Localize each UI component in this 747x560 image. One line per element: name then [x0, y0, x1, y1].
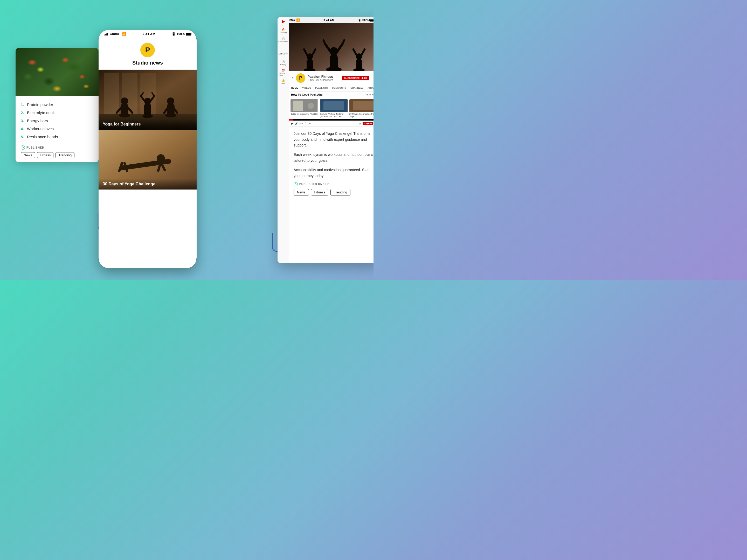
sidebar-liked[interactable]: 👍 Liked: [280, 78, 287, 85]
article-challenge[interactable]: 30 Days of Yoga Challenge: [99, 130, 197, 189]
tags-container: News Fitness Trending: [21, 152, 93, 158]
yt-channel-header: ‹ P Passion Fitness 1,400,000 subscriber…: [289, 71, 374, 85]
yt-nav-tabs: HOME VIDEOS PLAYLISTS COMMUNITY CHANNELS…: [289, 85, 374, 91]
sidebar-history[interactable]: 🕐 History: [280, 59, 287, 66]
tag-fitness[interactable]: Fitness: [37, 152, 54, 158]
right-status-bar: Glofox 📶 9:41 AM 📳 100%: [278, 17, 374, 23]
svg-point-50: [308, 103, 314, 109]
sidebar-divider: [279, 47, 287, 47]
tab-playlists[interactable]: PLAYLISTS: [313, 85, 330, 91]
list-number: 2.: [21, 110, 25, 115]
tab-channels[interactable]: CHANNELS: [348, 85, 365, 91]
tab-home[interactable]: HOME: [289, 85, 300, 91]
list-number: 1.: [21, 102, 25, 107]
content-para-3: Accountability and motivation guaranteed…: [293, 167, 374, 179]
right-bluetooth-icon: 📳: [358, 19, 361, 22]
yt-thumbnail[interactable]: [289, 23, 374, 71]
yt-sidebar: ▶ 🔥 Trending 📋 Subscriptions LIBRARY 🕐 H…: [278, 23, 289, 199]
svg-rect-18: [167, 104, 175, 117]
video-label-1: Guide for Increasing Flexibility: [290, 113, 318, 115]
right-time: 9:41 AM: [324, 19, 334, 22]
right-tag-news[interactable]: News: [293, 189, 309, 195]
salad-image: [16, 48, 99, 96]
list-item: 3. Energy bars: [21, 117, 93, 125]
section-title: How To Get 6 Pack Abs: [291, 93, 323, 96]
player-controls: ▶ 🔊 0:00 / 3:00 ⚙ You▶be ⤢: [289, 121, 374, 127]
list-number: 3.: [21, 118, 25, 124]
list-item: 4. Workout gloves: [21, 125, 93, 133]
phone-right: Glofox 📶 9:41 AM 📳 100% ▶ 🔥 Trending 📋 S…: [278, 17, 374, 263]
settings-icon[interactable]: ⚙: [359, 122, 361, 125]
play-all-btn[interactable]: PLAY ALL: [365, 93, 374, 96]
right-tag-fitness[interactable]: Fitness: [311, 189, 329, 195]
status-right: 📳 100%: [172, 32, 191, 36]
list-text: Workout gloves: [27, 126, 54, 131]
card-header-image: [16, 48, 99, 96]
right-battery-fill: [370, 20, 374, 21]
article-title: Yoga for Beginners: [99, 119, 197, 130]
phone-center: Glofox 📶 9:41 AM 📳 100% P Studio news: [99, 30, 197, 268]
app-logo: P: [140, 43, 155, 57]
tab-community[interactable]: COMMUNITY: [330, 85, 349, 91]
clock-icon: [21, 145, 25, 150]
play-icon[interactable]: ▶: [291, 122, 293, 125]
youtube-logo: You▶be: [363, 122, 373, 125]
list-text: Protein powder: [27, 102, 53, 107]
divider: [99, 70, 197, 70]
battery-pct: 100%: [177, 32, 185, 36]
sidebar-subscriptions[interactable]: 📋 Subscriptions: [280, 36, 287, 44]
list-item: 5. Resistance bands: [21, 133, 93, 141]
phone-screen: Glofox 📶 9:41 AM 📳 100% P Studio news: [99, 30, 197, 268]
battery-fill: [186, 33, 191, 35]
tab-about[interactable]: ABOUT: [365, 85, 374, 91]
published-label: PUBLISHED: [26, 146, 44, 149]
signal-bar-3: [106, 33, 107, 35]
subscribe-button[interactable]: SUBSCRIBED · 4.8M: [342, 76, 369, 80]
wifi-icon: 📶: [122, 32, 126, 36]
video-item-2[interactable]: Best Ab Workout Tip Ever (WORKS INSTANTL…: [320, 99, 347, 118]
video-item-1[interactable]: Guide for Increasing Flexibility: [290, 99, 318, 118]
back-button[interactable]: ‹: [291, 76, 293, 80]
tag-trending[interactable]: Trending: [55, 152, 74, 158]
status-bar: Glofox 📶 9:41 AM 📳 100%: [99, 30, 197, 37]
yt-main-content: ‹ P Passion Fitness 1,400,000 subscriber…: [289, 23, 374, 199]
tab-videos[interactable]: VIDEOS: [300, 85, 313, 91]
card-body: 1. Protein powder 2. Electrolyte drink 3…: [16, 96, 99, 162]
yt-logo-icon: ▶: [282, 23, 285, 24]
yt-video-bg: [289, 23, 374, 71]
sidebar-watchlater[interactable]: ⏰ Watch later: [280, 69, 287, 76]
sidebar-library[interactable]: LIBRARY: [280, 50, 287, 57]
status-left: Glofox 📶: [104, 32, 126, 36]
volume-icon[interactable]: 🔊: [295, 122, 298, 125]
player-time: 0:00 / 3:00: [300, 122, 311, 125]
video-label-3: 20-Minute Intermediate Power Yoga: [350, 113, 374, 118]
video-thumb-1: [290, 99, 318, 112]
battery-icon: [186, 33, 191, 35]
app-title: Studio news: [132, 60, 163, 66]
bluetooth-icon: 📳: [172, 32, 176, 36]
list-number: 4.: [21, 126, 25, 131]
right-published-row: PUBLISHED UNDER: [293, 182, 374, 186]
tag-news[interactable]: News: [21, 152, 35, 158]
published-row: PUBLISHED: [21, 145, 93, 150]
right-battery-icon: [369, 19, 374, 22]
right-tag-trending[interactable]: Trending: [331, 189, 351, 195]
more-options-icon[interactable]: ⋮: [372, 76, 374, 80]
signal-bar-1: [104, 34, 105, 35]
video-label-2: Best Ab Workout Tip Ever (WORKS INSTANTL…: [320, 113, 347, 118]
yt-videos-grid: Guide for Increasing Flexibility Best Ab…: [289, 98, 374, 119]
yt-channel-info: Passion Fitness 1,400,000 subscribers: [307, 75, 333, 81]
app-logo-section: P Studio news: [99, 37, 197, 70]
article-yoga[interactable]: Yoga for Beginners: [99, 70, 197, 130]
signal-bar-4: [107, 33, 108, 35]
player-bar: [289, 119, 374, 121]
signal-bars: [104, 32, 108, 35]
sidebar-trending[interactable]: 🔥 Trending: [280, 27, 287, 34]
article-title-2: 30 Days of Yoga Challenge: [99, 179, 197, 189]
yt-channel-subs: 1,400,000 subscribers: [307, 79, 333, 81]
list-card: 1. Protein powder 2. Electrolyte drink 3…: [16, 48, 99, 162]
svg-rect-54: [353, 101, 374, 110]
svg-rect-39: [307, 59, 313, 71]
status-time: 9:41 AM: [143, 32, 155, 36]
video-item-3[interactable]: 20-Minute Intermediate Power Yoga: [350, 99, 374, 118]
